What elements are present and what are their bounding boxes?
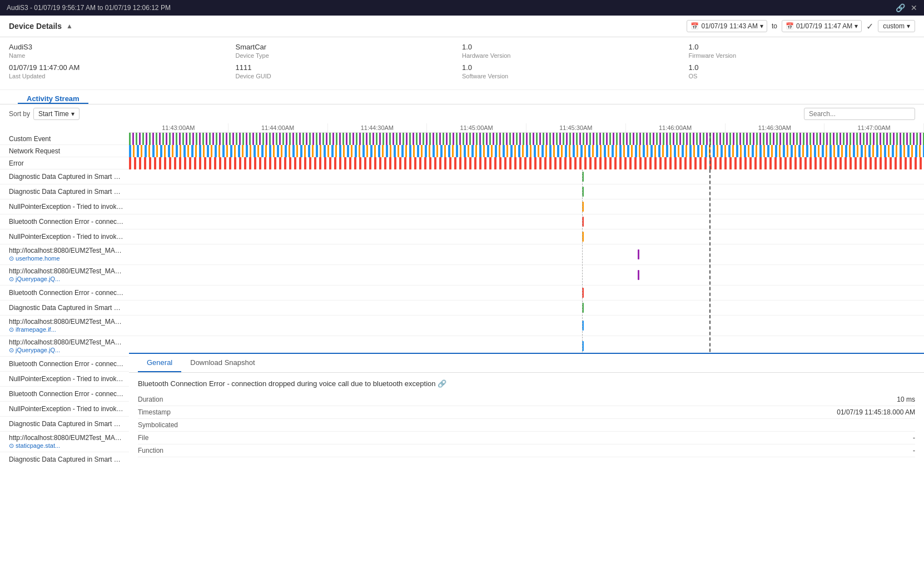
detail-key-file: File — [138, 434, 748, 442]
end-date-picker[interactable]: 📅 01/07/19 11:47 AM ▾ — [782, 20, 862, 32]
sort-select[interactable]: Start Time ▾ — [33, 108, 80, 120]
device-info-col-2: SmartCar Device Type 1111 Device GUID — [236, 43, 463, 84]
os-label: OS — [689, 73, 916, 79]
detail-title-link[interactable]: 🔗 — [438, 379, 446, 388]
activity-row-timeline — [129, 247, 924, 262]
last-updated-label: Last Updated — [9, 73, 236, 79]
device-info-col-4: 1.0 Firmware Version 1.0 OS — [689, 43, 916, 84]
timeline-label-1: 11:44:00AM — [228, 123, 328, 132]
track-bars — [129, 133, 924, 169]
sw-version-value: 1.0 — [462, 63, 689, 72]
activity-row-text: Diagnostic Data Captured in Smart Car — [0, 302, 129, 314]
start-time: 11:43 AM — [729, 22, 758, 30]
detail-val-symbolicated — [748, 421, 915, 429]
activity-row-timeline — [129, 229, 924, 244]
transaction-link[interactable]: ⊙ userhome.home — [9, 255, 60, 262]
transaction-link-2[interactable]: ⊙ jQuerypage.jQ... — [9, 276, 60, 282]
calendar-start-icon: 📅 — [690, 22, 699, 30]
list-item[interactable]: NullPointerException - Tried to invoke m… — [0, 229, 924, 244]
activity-row-text: NullPointerException - Tried to invoke m… — [0, 403, 129, 415]
list-item[interactable]: Diagnostic Data Captured in Smart Car — [0, 169, 924, 184]
preset-select[interactable]: custom ▾ — [878, 20, 915, 32]
detail-key-symbolicated: Symbolicated — [138, 421, 748, 429]
title-bar: AudiS3 - 01/07/19 9:56:17 AM to 01/07/19… — [0, 0, 924, 16]
list-item[interactable]: http://localhost:8080/EUM2Test_MANUAL-v1… — [0, 265, 924, 286]
list-item[interactable]: Bluetooth Connection Error - connection … — [0, 286, 924, 301]
detail-title: Bluetooth Connection Error - connection … — [138, 379, 915, 388]
start-date-picker[interactable]: 📅 01/07/19 11:43 AM ▾ — [687, 20, 767, 32]
search-input[interactable] — [804, 108, 915, 120]
detail-tabs: General Download Snapshot — [129, 354, 924, 373]
preset-dropdown-icon: ▾ — [907, 22, 910, 30]
end-dropdown-icon[interactable]: ▾ — [855, 22, 858, 30]
bar-row-network — [129, 145, 924, 157]
detail-panel: General Download Snapshot Bluetooth Conn… — [129, 353, 924, 464]
activity-row-text: http://localhost:8080/EUM2Test_MANUAL-v1… — [0, 432, 129, 452]
sw-version-label: Software Version — [462, 73, 689, 79]
last-updated-value: 01/07/19 11:47:00 AM — [9, 63, 236, 72]
activity-row-text: Bluetooth Connection Error - connection … — [0, 216, 129, 228]
transaction-link-5[interactable]: ⊙ staticpage.stat... — [9, 442, 60, 449]
detail-row-symbolicated: Symbolicated — [138, 419, 915, 432]
bar-row-custom — [129, 133, 924, 145]
device-header: Device Details ▲ 📅 01/07/19 11:43 AM ▾ t… — [0, 16, 924, 37]
activity-row-text: NullPointerException - Tried to invoke m… — [0, 201, 129, 213]
activity-row-text: NullPointerException - Tried to invoke m… — [0, 231, 129, 243]
detail-key-duration: Duration — [138, 396, 748, 403]
activity-row-text: http://localhost:8080/EUM2Test_MANUAL-v1… — [0, 336, 129, 356]
timeline-label-4: 11:45:30AM — [526, 123, 626, 132]
timeline-label-0: 11:43:00AM — [129, 123, 228, 132]
sort-dropdown-icon: ▾ — [71, 110, 74, 118]
detail-key-function: Function — [138, 447, 748, 454]
os-value: 1.0 — [689, 63, 916, 72]
detail-row-duration: Duration 10 ms — [138, 393, 915, 406]
activity-list[interactable]: Diagnostic Data Captured in Smart Car Di… — [0, 169, 924, 464]
detail-key-timestamp: Timestamp — [138, 408, 748, 416]
list-item[interactable]: http://localhost:8080/EUM2Test_MANUAL-v1… — [0, 316, 924, 336]
device-header-left: Device Details ▲ — [9, 22, 73, 31]
chevron-up-icon[interactable]: ▲ — [66, 22, 73, 30]
list-item[interactable]: Bluetooth Connection Error - connection … — [0, 214, 924, 229]
list-item[interactable]: Diagnostic Data Captured in Smart Car — [0, 301, 924, 316]
list-item[interactable]: Diagnostic Data Captured in Smart Car — [0, 184, 924, 199]
activity-row-text: Diagnostic Data Captured in Smart Car — [0, 453, 129, 464]
sort-row: Sort by Start Time ▾ — [0, 104, 924, 123]
list-item[interactable]: http://localhost:8080/EUM2Test_MANUAL-v1… — [0, 244, 924, 265]
activity-row-text: http://localhost:8080/EUM2Test_MANUAL-v1… — [0, 265, 129, 285]
date-separator: to — [772, 22, 777, 30]
timeline-label-7: 11:47:00AM — [824, 123, 924, 132]
device-guid-label: Device GUID — [236, 73, 463, 79]
detail-val-timestamp: 01/07/19 11:45:18.000 AM — [748, 408, 915, 416]
detail-val-duration: 10 ms — [748, 396, 915, 403]
sort-label: Sort by — [9, 110, 30, 118]
activity-row-text: Bluetooth Connection Error - connection … — [0, 388, 129, 400]
detail-val-file: - — [748, 434, 915, 442]
hw-version-label: Hardware Version — [462, 52, 689, 59]
activity-row-timeline — [129, 214, 924, 229]
tab-activity-stream[interactable]: Activity Stream — [18, 90, 88, 104]
timeline-cursor-line — [709, 133, 711, 169]
detail-val-function: - — [748, 447, 915, 454]
list-item[interactable]: NullPointerException - Tried to invoke m… — [0, 199, 924, 214]
timeline-tracks: Custom Event Network Request Error — [0, 133, 924, 169]
tab-general[interactable]: General — [138, 354, 181, 372]
transaction-link-4[interactable]: ⊙ jQuerypage.jQ... — [9, 347, 60, 353]
fw-version-label: Firmware Version — [689, 52, 916, 59]
start-dropdown-icon[interactable]: ▾ — [760, 22, 763, 30]
activity-row-text: Bluetooth Connection Error - connection … — [0, 358, 129, 370]
track-label-error: Error — [0, 157, 129, 169]
transaction-link-3[interactable]: ⊙ iframepage.if... — [9, 326, 56, 333]
device-info: AudiS3 Name 01/07/19 11:47:00 AM Last Up… — [0, 37, 924, 90]
apply-icon[interactable]: ✓ — [866, 21, 873, 32]
detail-content: Bluetooth Connection Error - connection … — [129, 373, 924, 464]
link-icon[interactable]: 🔗 — [896, 3, 905, 12]
activity-row-text: Diagnostic Data Captured in Smart Car — [0, 186, 129, 198]
timeline-label-3: 11:45:00AM — [427, 123, 526, 132]
sort-value: Start Time — [38, 110, 69, 118]
activity-row-timeline — [129, 184, 924, 199]
tab-download-snapshot[interactable]: Download Snapshot — [181, 354, 264, 372]
device-info-col-1: AudiS3 Name 01/07/19 11:47:00 AM Last Up… — [9, 43, 236, 84]
close-icon[interactable]: ✕ — [911, 3, 917, 12]
end-date: 01/07/19 — [796, 22, 822, 30]
activity-row-timeline — [129, 169, 924, 184]
